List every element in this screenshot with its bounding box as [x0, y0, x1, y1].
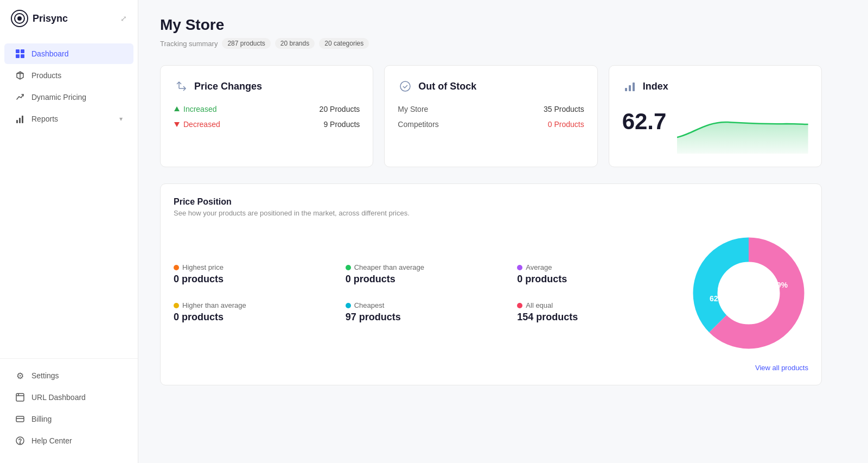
top-cards-row: Price Changes Increased 20 Products Decr…	[160, 65, 822, 167]
stat-highest-price: Highest price 0 products	[174, 263, 324, 285]
all-equal-value: 154 products	[517, 312, 667, 323]
competitors-row: Competitors 0 Products	[398, 120, 584, 129]
svg-rect-14	[625, 88, 627, 91]
svg-rect-16	[633, 83, 635, 91]
sidebar-item-billing[interactable]: Billing	[4, 409, 133, 429]
svg-rect-6	[16, 120, 18, 123]
cheaper-value: 0 products	[346, 274, 496, 285]
svg-rect-10	[16, 416, 24, 422]
highest-price-value: 0 products	[174, 274, 324, 285]
sidebar-item-reports[interactable]: Reports ▾	[4, 109, 133, 129]
price-position-content: Highest price 0 products Cheaper than av…	[174, 233, 808, 353]
cheapest-value: 97 products	[346, 312, 496, 323]
svg-text:39%: 39%	[773, 281, 788, 289]
price-changes-title: Price Changes	[194, 81, 262, 92]
svg-rect-2	[16, 49, 20, 53]
donut-chart: 62% 39%	[689, 233, 808, 353]
brands-badge: 20 brands	[275, 38, 315, 49]
price-position-title: Price Position	[174, 197, 808, 207]
svg-point-12	[20, 443, 20, 443]
out-of-stock-icon	[398, 79, 413, 94]
cheapest-label: Cheapest	[354, 301, 385, 309]
categories-badge: 20 categories	[319, 38, 369, 49]
billing-label: Billing	[31, 415, 52, 423]
average-label: Average	[526, 263, 552, 271]
sidebar-nav: Dashboard Products Dynamic Pricing	[0, 37, 138, 358]
reports-chevron: ▾	[119, 115, 123, 123]
stat-average: Average 0 products	[517, 263, 667, 285]
price-changes-increased-row: Increased 20 Products	[174, 105, 360, 113]
cheaper-label: Cheaper than average	[354, 263, 424, 271]
sidebar-item-dynamic-pricing[interactable]: Dynamic Pricing	[4, 87, 133, 107]
svg-rect-8	[22, 116, 23, 123]
sidebar-item-help-center[interactable]: Help Center	[4, 430, 133, 451]
collapse-button[interactable]: ⤢	[120, 14, 127, 23]
price-changes-card: Price Changes Increased 20 Products Decr…	[160, 65, 373, 167]
cheaper-dot	[346, 265, 351, 270]
svg-rect-4	[16, 54, 20, 58]
higher-dot	[174, 303, 179, 308]
svg-text:62%: 62%	[710, 294, 725, 303]
decreased-value: 9 Products	[323, 120, 360, 129]
increased-value: 20 Products	[320, 105, 360, 113]
main-content: My Store Tracking summary 287 products 2…	[138, 0, 868, 463]
average-dot	[517, 265, 522, 270]
logo-text: Prisync	[33, 13, 68, 24]
settings-icon: ⚙	[15, 371, 25, 380]
price-changes-decreased-row: Decreased 9 Products	[174, 120, 360, 129]
all-equal-label: All equal	[526, 301, 553, 309]
higher-value: 0 products	[174, 312, 324, 323]
svg-rect-7	[19, 118, 21, 123]
help-center-icon	[15, 436, 25, 446]
price-position-subtitle: See how your products are positioned in …	[174, 209, 808, 217]
stat-cheapest: Cheapest 97 products	[346, 301, 496, 323]
svg-point-1	[17, 16, 22, 21]
stat-all-equal: All equal 154 products	[517, 301, 667, 323]
my-store-row: My Store 35 Products	[398, 105, 584, 113]
sidebar-item-settings[interactable]: ⚙ Settings	[4, 365, 133, 386]
higher-label: Higher than average	[182, 301, 246, 309]
decreased-label: Decreased	[174, 120, 220, 129]
products-icon	[15, 71, 25, 80]
tracking-label: Tracking summary	[160, 40, 218, 48]
url-dashboard-icon	[15, 392, 25, 402]
competitors-label: Competitors	[398, 120, 438, 129]
logo-icon	[11, 10, 28, 27]
sidebar-bottom: ⚙ Settings URL Dashboard Billing	[0, 358, 138, 463]
increased-label: Increased	[174, 105, 216, 113]
settings-label: Settings	[31, 371, 59, 380]
average-value: 0 products	[517, 274, 667, 285]
sidebar-item-url-dashboard[interactable]: URL Dashboard	[4, 387, 133, 408]
billing-icon	[15, 414, 25, 424]
highest-price-label: Highest price	[182, 263, 224, 271]
view-all-products[interactable]: View all products	[174, 364, 808, 372]
index-title: Index	[643, 81, 668, 92]
svg-point-13	[400, 81, 410, 91]
svg-rect-3	[21, 49, 24, 53]
logo-area: Prisync ⤢	[0, 0, 138, 37]
stat-higher-than-average: Higher than average 0 products	[174, 301, 324, 323]
price-position-card: Price Position See how your products are…	[160, 183, 822, 385]
price-position-stats: Highest price 0 products Cheaper than av…	[174, 263, 667, 323]
out-of-stock-title: Out of Stock	[418, 81, 476, 92]
sidebar: Prisync ⤢ Dashboard Products	[0, 0, 138, 463]
index-chart	[677, 105, 808, 154]
dashboard-label: Dashboard	[31, 49, 69, 58]
dashboard-icon	[15, 49, 25, 59]
competitors-value: 0 Products	[548, 120, 584, 129]
products-label: Products	[31, 71, 61, 80]
reports-label: Reports	[31, 115, 58, 123]
svg-rect-5	[21, 54, 24, 58]
svg-rect-9	[16, 394, 24, 401]
sidebar-item-products[interactable]: Products	[4, 65, 133, 86]
my-store-label: My Store	[398, 105, 428, 113]
all-equal-dot	[517, 303, 522, 308]
index-icon	[622, 79, 637, 94]
dynamic-pricing-label: Dynamic Pricing	[31, 93, 86, 102]
stat-cheaper-than-average: Cheaper than average 0 products	[346, 263, 496, 285]
out-of-stock-card: Out of Stock My Store 35 Products Compet…	[384, 65, 597, 167]
svg-point-19	[718, 262, 780, 324]
reports-icon	[15, 114, 25, 124]
sidebar-item-dashboard[interactable]: Dashboard	[4, 43, 133, 64]
tracking-summary: Tracking summary 287 products 20 brands …	[160, 38, 822, 49]
